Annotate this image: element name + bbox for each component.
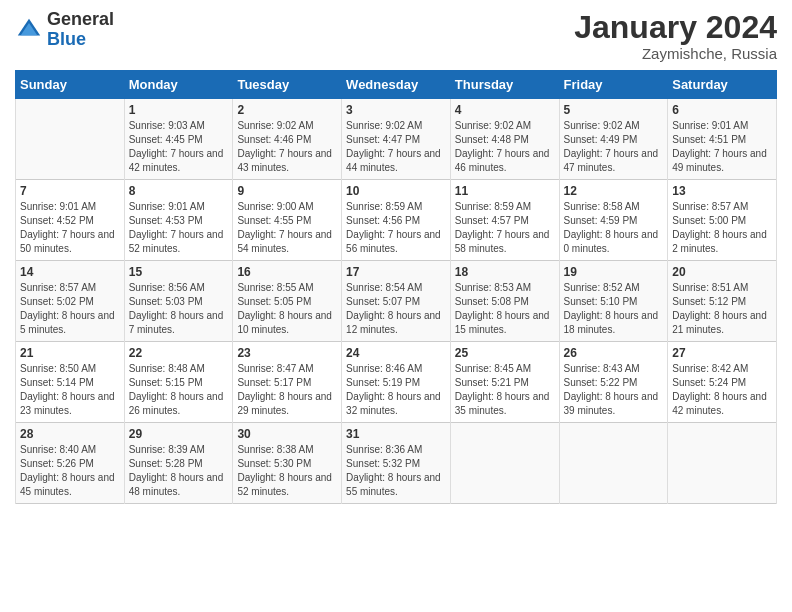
day-cell (450, 423, 559, 504)
day-number: 2 (237, 103, 337, 117)
day-info: Sunrise: 9:02 AMSunset: 4:49 PMDaylight:… (564, 119, 664, 175)
day-info: Sunrise: 9:01 AMSunset: 4:53 PMDaylight:… (129, 200, 229, 256)
day-info: Sunrise: 8:51 AMSunset: 5:12 PMDaylight:… (672, 281, 772, 337)
day-info: Sunrise: 9:01 AMSunset: 4:52 PMDaylight:… (20, 200, 120, 256)
day-cell: 8Sunrise: 9:01 AMSunset: 4:53 PMDaylight… (124, 180, 233, 261)
day-cell (559, 423, 668, 504)
day-cell: 23Sunrise: 8:47 AMSunset: 5:17 PMDayligh… (233, 342, 342, 423)
day-info: Sunrise: 8:42 AMSunset: 5:24 PMDaylight:… (672, 362, 772, 418)
day-cell: 3Sunrise: 9:02 AMSunset: 4:47 PMDaylight… (342, 99, 451, 180)
day-info: Sunrise: 9:02 AMSunset: 4:48 PMDaylight:… (455, 119, 555, 175)
logo-general: General (47, 10, 114, 30)
day-number: 7 (20, 184, 120, 198)
header-day-friday: Friday (559, 71, 668, 99)
header: General Blue January 2024 Zaymishche, Ru… (15, 10, 777, 62)
day-number: 16 (237, 265, 337, 279)
day-number: 23 (237, 346, 337, 360)
day-number: 27 (672, 346, 772, 360)
day-info: Sunrise: 8:43 AMSunset: 5:22 PMDaylight:… (564, 362, 664, 418)
day-number: 11 (455, 184, 555, 198)
day-cell: 4Sunrise: 9:02 AMSunset: 4:48 PMDaylight… (450, 99, 559, 180)
day-cell: 5Sunrise: 9:02 AMSunset: 4:49 PMDaylight… (559, 99, 668, 180)
day-number: 8 (129, 184, 229, 198)
header-day-monday: Monday (124, 71, 233, 99)
day-info: Sunrise: 8:38 AMSunset: 5:30 PMDaylight:… (237, 443, 337, 499)
day-info: Sunrise: 8:39 AMSunset: 5:28 PMDaylight:… (129, 443, 229, 499)
day-cell: 25Sunrise: 8:45 AMSunset: 5:21 PMDayligh… (450, 342, 559, 423)
day-number: 31 (346, 427, 446, 441)
header-day-tuesday: Tuesday (233, 71, 342, 99)
day-info: Sunrise: 8:50 AMSunset: 5:14 PMDaylight:… (20, 362, 120, 418)
day-number: 1 (129, 103, 229, 117)
day-number: 17 (346, 265, 446, 279)
day-info: Sunrise: 8:46 AMSunset: 5:19 PMDaylight:… (346, 362, 446, 418)
header-day-saturday: Saturday (668, 71, 777, 99)
day-cell: 10Sunrise: 8:59 AMSunset: 4:56 PMDayligh… (342, 180, 451, 261)
day-cell: 28Sunrise: 8:40 AMSunset: 5:26 PMDayligh… (16, 423, 125, 504)
day-number: 12 (564, 184, 664, 198)
day-number: 5 (564, 103, 664, 117)
week-row-4: 21Sunrise: 8:50 AMSunset: 5:14 PMDayligh… (16, 342, 777, 423)
day-info: Sunrise: 8:57 AMSunset: 5:00 PMDaylight:… (672, 200, 772, 256)
day-cell: 17Sunrise: 8:54 AMSunset: 5:07 PMDayligh… (342, 261, 451, 342)
day-cell: 16Sunrise: 8:55 AMSunset: 5:05 PMDayligh… (233, 261, 342, 342)
day-cell: 30Sunrise: 8:38 AMSunset: 5:30 PMDayligh… (233, 423, 342, 504)
header-day-thursday: Thursday (450, 71, 559, 99)
logo-text: General Blue (47, 10, 114, 50)
day-cell: 15Sunrise: 8:56 AMSunset: 5:03 PMDayligh… (124, 261, 233, 342)
day-number: 10 (346, 184, 446, 198)
day-info: Sunrise: 8:53 AMSunset: 5:08 PMDaylight:… (455, 281, 555, 337)
day-info: Sunrise: 8:47 AMSunset: 5:17 PMDaylight:… (237, 362, 337, 418)
day-cell: 27Sunrise: 8:42 AMSunset: 5:24 PMDayligh… (668, 342, 777, 423)
day-cell: 14Sunrise: 8:57 AMSunset: 5:02 PMDayligh… (16, 261, 125, 342)
day-info: Sunrise: 8:59 AMSunset: 4:56 PMDaylight:… (346, 200, 446, 256)
day-info: Sunrise: 8:55 AMSunset: 5:05 PMDaylight:… (237, 281, 337, 337)
day-cell: 12Sunrise: 8:58 AMSunset: 4:59 PMDayligh… (559, 180, 668, 261)
header-day-sunday: Sunday (16, 71, 125, 99)
day-number: 6 (672, 103, 772, 117)
location: Zaymishche, Russia (574, 45, 777, 62)
day-cell: 2Sunrise: 9:02 AMSunset: 4:46 PMDaylight… (233, 99, 342, 180)
week-row-2: 7Sunrise: 9:01 AMSunset: 4:52 PMDaylight… (16, 180, 777, 261)
day-info: Sunrise: 8:40 AMSunset: 5:26 PMDaylight:… (20, 443, 120, 499)
day-number: 21 (20, 346, 120, 360)
day-number: 19 (564, 265, 664, 279)
day-cell: 9Sunrise: 9:00 AMSunset: 4:55 PMDaylight… (233, 180, 342, 261)
day-cell: 20Sunrise: 8:51 AMSunset: 5:12 PMDayligh… (668, 261, 777, 342)
day-cell: 22Sunrise: 8:48 AMSunset: 5:15 PMDayligh… (124, 342, 233, 423)
day-info: Sunrise: 9:02 AMSunset: 4:47 PMDaylight:… (346, 119, 446, 175)
day-info: Sunrise: 9:03 AMSunset: 4:45 PMDaylight:… (129, 119, 229, 175)
day-number: 18 (455, 265, 555, 279)
day-number: 30 (237, 427, 337, 441)
day-cell: 6Sunrise: 9:01 AMSunset: 4:51 PMDaylight… (668, 99, 777, 180)
day-number: 4 (455, 103, 555, 117)
day-cell: 1Sunrise: 9:03 AMSunset: 4:45 PMDaylight… (124, 99, 233, 180)
day-info: Sunrise: 8:58 AMSunset: 4:59 PMDaylight:… (564, 200, 664, 256)
day-cell: 29Sunrise: 8:39 AMSunset: 5:28 PMDayligh… (124, 423, 233, 504)
title-section: January 2024 Zaymishche, Russia (574, 10, 777, 62)
calendar-table: SundayMondayTuesdayWednesdayThursdayFrid… (15, 70, 777, 504)
logo-icon (15, 16, 43, 44)
day-info: Sunrise: 8:57 AMSunset: 5:02 PMDaylight:… (20, 281, 120, 337)
day-cell: 31Sunrise: 8:36 AMSunset: 5:32 PMDayligh… (342, 423, 451, 504)
day-info: Sunrise: 8:52 AMSunset: 5:10 PMDaylight:… (564, 281, 664, 337)
header-day-wednesday: Wednesday (342, 71, 451, 99)
day-number: 29 (129, 427, 229, 441)
month-title: January 2024 (574, 10, 777, 45)
day-number: 24 (346, 346, 446, 360)
day-info: Sunrise: 8:48 AMSunset: 5:15 PMDaylight:… (129, 362, 229, 418)
day-cell: 18Sunrise: 8:53 AMSunset: 5:08 PMDayligh… (450, 261, 559, 342)
day-number: 14 (20, 265, 120, 279)
day-info: Sunrise: 9:02 AMSunset: 4:46 PMDaylight:… (237, 119, 337, 175)
day-cell: 19Sunrise: 8:52 AMSunset: 5:10 PMDayligh… (559, 261, 668, 342)
week-row-5: 28Sunrise: 8:40 AMSunset: 5:26 PMDayligh… (16, 423, 777, 504)
day-info: Sunrise: 8:56 AMSunset: 5:03 PMDaylight:… (129, 281, 229, 337)
day-cell: 13Sunrise: 8:57 AMSunset: 5:00 PMDayligh… (668, 180, 777, 261)
day-cell: 21Sunrise: 8:50 AMSunset: 5:14 PMDayligh… (16, 342, 125, 423)
day-info: Sunrise: 8:54 AMSunset: 5:07 PMDaylight:… (346, 281, 446, 337)
day-cell (668, 423, 777, 504)
day-number: 22 (129, 346, 229, 360)
day-info: Sunrise: 8:45 AMSunset: 5:21 PMDaylight:… (455, 362, 555, 418)
day-cell: 26Sunrise: 8:43 AMSunset: 5:22 PMDayligh… (559, 342, 668, 423)
day-number: 15 (129, 265, 229, 279)
